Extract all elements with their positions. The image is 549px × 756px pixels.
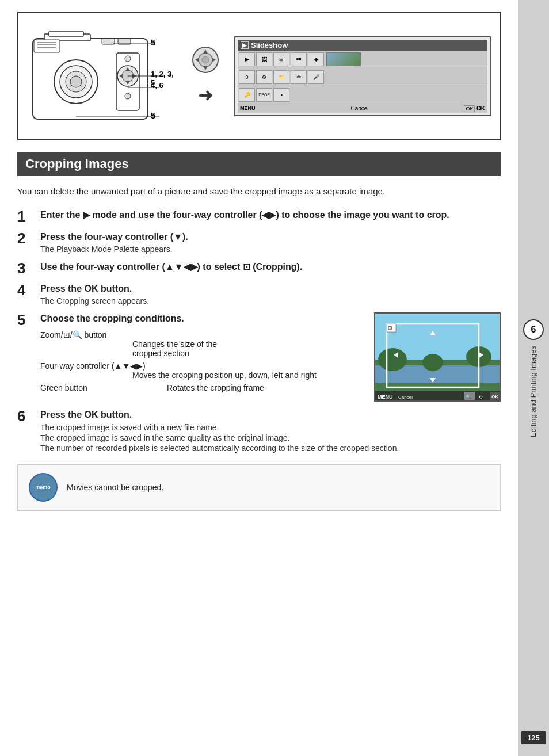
icon-key: 🔑	[239, 88, 255, 102]
condition-zoom-desc: Changes the size of thecropped section	[132, 339, 363, 358]
memo-icon-inner: memo	[29, 473, 58, 502]
step-2-sub: The Playback Mode Palette appears.	[40, 245, 501, 254]
icon-folder: 📁	[273, 70, 289, 84]
label-5-bot: 5	[151, 110, 155, 120]
cropping-screen-inner: ⊡	[375, 314, 500, 400]
screen-ok-box: OK OK	[464, 105, 485, 112]
step-6-number: 6	[17, 408, 40, 423]
condition-green-desc: Rotates the cropping frame	[167, 383, 363, 392]
label-46: 4, 6	[151, 81, 163, 90]
svg-point-14	[125, 56, 131, 62]
svg-text:Cancel: Cancel	[398, 395, 413, 400]
screen-mockup-wrapper: ▶ Slideshow ▶ 🖼 ⊞ ■■ ◆ 0 ⚙ 📁 👁	[234, 36, 491, 116]
condition-green-label: Green button	[40, 383, 167, 392]
icon-mic: 🎤	[308, 70, 324, 84]
screen-title-bar: ▶ Slideshow	[238, 40, 487, 51]
condition-fourway-label: Four-way controller (▲▼◀▶)	[40, 361, 146, 371]
screen-ok-label-box: OK	[464, 105, 475, 112]
step-6-sub1: The cropped image is saved with a new fi…	[40, 423, 501, 432]
icon-eye: 👁	[291, 70, 307, 84]
screen-ok-label: OK	[476, 105, 485, 112]
icon-multi: ■■	[291, 52, 307, 66]
step-4-number: 4	[17, 282, 40, 297]
step-1-number: 1	[17, 209, 40, 224]
step-5-title: Choose the cropping conditions.	[40, 312, 363, 325]
step-6: 6 Press the OK button. The cropped image…	[17, 408, 501, 452]
step-5-layout: Choose the cropping conditions. Zoom/⊡/🔍…	[40, 312, 501, 402]
step-6-title: Press the OK button.	[40, 408, 501, 421]
step-4-content: Press the OK button. The Cropping screen…	[40, 282, 501, 306]
step-4-title: Press the OK button.	[40, 282, 501, 295]
screen-mockup: ▶ Slideshow ▶ 🖼 ⊞ ■■ ◆ 0 ⚙ 📁 👁	[234, 36, 491, 116]
svg-point-36	[378, 348, 407, 371]
svg-text:⊡: ⊡	[388, 325, 392, 331]
screen-title: Slideshow	[251, 41, 288, 49]
svg-rect-18	[34, 40, 60, 52]
step-5-content: Choose the cropping conditions. Zoom/⊡/🔍…	[40, 312, 501, 402]
step-6-sub2: The cropped image is saved in the same q…	[40, 433, 501, 442]
icon-settings: ⚙	[256, 70, 272, 84]
step-5-number: 5	[17, 312, 40, 327]
step-5-image: ⊡	[374, 312, 501, 402]
svg-rect-16	[102, 39, 115, 44]
step-1-content: Enter the ▶ mode and use the four-way co…	[40, 209, 501, 222]
step-1-title: Enter the ▶ mode and use the four-way co…	[40, 209, 501, 222]
step-6-sub3: The number of recorded pixels is selecte…	[40, 444, 501, 453]
right-arrow-icon: ➜	[198, 84, 214, 106]
condition-green: Green button Rotates the cropping frame	[40, 383, 363, 392]
memo-text: Movies cannot be cropped.	[67, 483, 163, 492]
step-4-sub: The Cropping screen appears.	[40, 296, 501, 306]
memo-icon: memo	[27, 472, 59, 503]
svg-text:MENU: MENU	[378, 394, 393, 400]
screen-cancel-label: Cancel	[350, 105, 368, 112]
right-tab: 6 Editing and Printing Images 125	[518, 0, 549, 756]
condition-fourway-desc: Moves the cropping position up, down, le…	[132, 371, 363, 380]
diagram-box: 5 1, 2, 3, 5 4, 6 5 ➜ ▶	[17, 12, 501, 140]
condition-zoom: Zoom/⊡/🔍 button	[40, 330, 363, 339]
page-content: 5 1, 2, 3, 5 4, 6 5 ➜ ▶	[0, 0, 518, 756]
svg-text:OK: OK	[491, 394, 498, 399]
step-6-content: Press the OK button. The cropped image i…	[40, 408, 501, 452]
step-2-number: 2	[17, 231, 40, 246]
crop-scene-svg: ⊡	[375, 314, 501, 402]
step-3-number: 3	[17, 261, 40, 276]
intro-text: You can delete the unwanted part of a pi…	[17, 185, 501, 198]
screen-icons-row-3: 🔑 DPOF ▪	[238, 86, 487, 104]
icon-zero: 0	[239, 70, 255, 84]
step-3-title: Use the four-way controller (▲▼◀▶) to se…	[40, 261, 501, 273]
condition-fourway: Four-way controller (▲▼◀▶)	[40, 361, 363, 371]
icon-image: 🖼	[256, 52, 272, 66]
memo-label: memo	[35, 484, 51, 490]
svg-point-6	[70, 76, 82, 87]
step-2-content: Press the four-way controller (▼). The P…	[40, 231, 501, 254]
step-1: 1 Enter the ▶ mode and use the four-way …	[17, 209, 501, 224]
icon-rect: ▪	[273, 88, 289, 102]
chapter-text: Editing and Printing Images	[529, 346, 539, 437]
screen-icons-row-1: ▶ 🖼 ⊞ ■■ ◆	[238, 51, 487, 68]
icon-diamond: ◆	[308, 52, 324, 66]
label-5-top: 5	[151, 37, 155, 47]
icon-grid: ⊞	[273, 52, 289, 66]
step-3: 3 Use the four-way controller (▲▼◀▶) to …	[17, 261, 501, 276]
section-heading: Cropping Images	[17, 152, 501, 176]
screen-bottom-bar: MENU Cancel OK OK	[238, 104, 487, 113]
step-5: 5 Choose the cropping conditions. Zoom/⊡…	[17, 312, 501, 402]
svg-text:⚙: ⚙	[479, 395, 483, 400]
svg-point-28	[202, 56, 209, 63]
step-3-content: Use the four-way controller (▲▼◀▶) to se…	[40, 261, 501, 273]
screen-menu-label: MENU	[240, 105, 256, 111]
memo-box: memo Movies cannot be cropped.	[17, 464, 501, 511]
nav-wheel-icon	[192, 46, 219, 74]
screen-icons-row-2: 0 ⚙ 📁 👁 🎤	[238, 68, 487, 86]
step-4: 4 Press the OK button. The Cropping scre…	[17, 282, 501, 306]
step-5-text: Choose the cropping conditions. Zoom/⊡/🔍…	[40, 312, 363, 394]
icon-dpof: DPOF	[256, 88, 272, 102]
icon-play: ▶	[239, 52, 255, 66]
step-2-title: Press the four-way controller (▼).	[40, 231, 501, 243]
svg-text:🔍: 🔍	[466, 394, 471, 399]
svg-point-38	[422, 354, 443, 371]
screen-photo-preview	[326, 52, 361, 66]
condition-zoom-label: Zoom/⊡/🔍 button	[40, 330, 106, 339]
chapter-circle: 6	[523, 319, 544, 340]
step-2: 2 Press the four-way controller (▼). The…	[17, 231, 501, 254]
